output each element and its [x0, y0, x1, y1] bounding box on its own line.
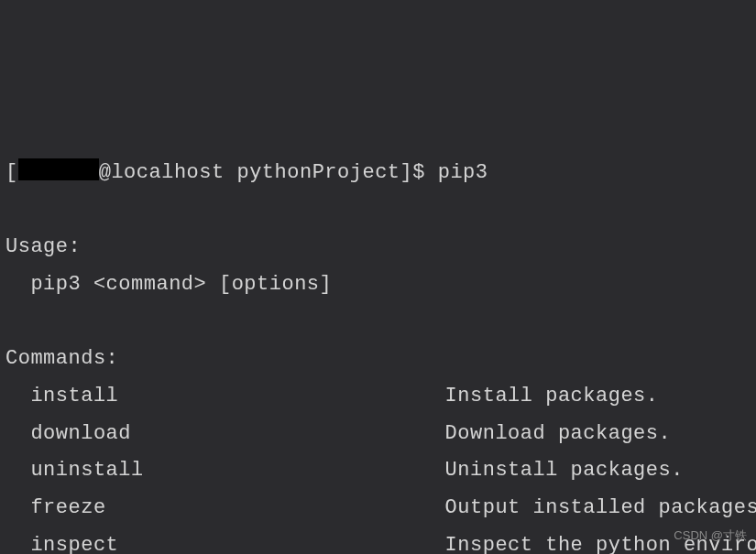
prompt-cwd: pythonProject — [236, 161, 400, 184]
command-desc: Download packages. — [445, 422, 672, 445]
command-desc: Uninstall packages. — [445, 459, 684, 482]
command-row: freeze Output installed packages — [5, 496, 756, 519]
prompt-line: [@localhost pythonProject]$ pip3 — [5, 161, 488, 184]
command-name: install — [5, 385, 445, 407]
command-name: uninstall — [5, 459, 445, 482]
commands-list: install Install packages. download Downl… — [5, 378, 756, 554]
prompt-bracket-open: [ — [5, 161, 18, 184]
command-row: download Download packages. — [5, 422, 671, 445]
redacted-user — [18, 158, 99, 180]
commands-header: Commands: — [5, 347, 118, 370]
command-name: freeze — [5, 496, 445, 519]
command-desc: Install packages. — [445, 385, 659, 407]
usage-header: Usage: — [5, 235, 81, 258]
entered-command: pip3 — [438, 161, 488, 184]
command-desc: Output installed packages — [445, 496, 756, 519]
terminal-output[interactable]: [@localhost pythonProject]$ pip3 Usage: … — [5, 155, 756, 554]
prompt-userhost: @localhost — [99, 161, 225, 184]
usage-line: pip3 <command> [options] — [5, 273, 332, 296]
command-name: download — [5, 422, 445, 445]
command-row: install Install packages. — [5, 385, 659, 407]
watermark: CSDN @寸铁 — [674, 525, 747, 547]
command-row: uninstall Uninstall packages. — [5, 459, 684, 482]
command-row: inspect Inspect the python enviro — [5, 534, 756, 554]
prompt-bracket-close: ]$ — [400, 161, 425, 184]
command-name: inspect — [5, 534, 445, 554]
